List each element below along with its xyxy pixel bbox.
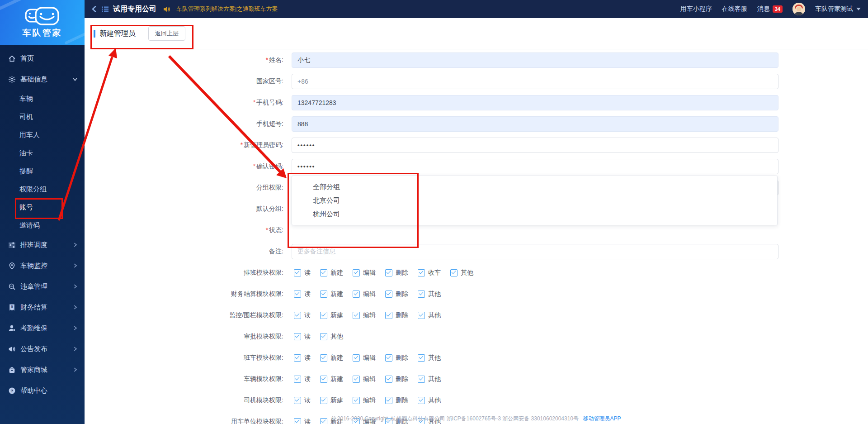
nav-mini-program[interactable]: 用车小程序 bbox=[680, 5, 712, 13]
checked-checkbox-icon[interactable] bbox=[294, 312, 301, 319]
checked-checkbox-icon[interactable] bbox=[320, 376, 327, 383]
checked-checkbox-icon[interactable] bbox=[418, 376, 425, 383]
sidebar-item-7[interactable]: 公告发布 bbox=[0, 338, 85, 359]
checkbox-读[interactable]: 读 bbox=[294, 396, 311, 405]
input-姓名:[interactable]: 小七 bbox=[292, 52, 778, 68]
checkbox-编辑[interactable]: 编辑 bbox=[353, 375, 376, 383]
checkbox-删除[interactable]: 删除 bbox=[385, 311, 408, 319]
back-chevron-icon[interactable] bbox=[91, 5, 97, 13]
checkbox-其他[interactable]: 其他 bbox=[418, 396, 441, 405]
checkbox-读[interactable]: 读 bbox=[294, 354, 311, 362]
mobile-admin-app-link[interactable]: 移动管理员APP bbox=[583, 415, 621, 422]
checked-checkbox-icon[interactable] bbox=[320, 312, 327, 319]
checked-checkbox-icon[interactable] bbox=[385, 269, 392, 276]
checkbox-编辑[interactable]: 编辑 bbox=[353, 269, 376, 277]
checkbox-删除[interactable]: 删除 bbox=[385, 354, 408, 362]
sidebar-item-4[interactable]: 违章管理 bbox=[0, 276, 85, 297]
checked-checkbox-icon[interactable] bbox=[294, 397, 301, 404]
checkbox-编辑[interactable]: 编辑 bbox=[353, 311, 376, 319]
checkbox-删除[interactable]: 删除 bbox=[385, 269, 408, 277]
checkbox-读[interactable]: 读 bbox=[294, 269, 311, 277]
sidebar-item-9[interactable]: ?帮助中心 bbox=[0, 380, 85, 401]
checked-checkbox-icon[interactable] bbox=[450, 269, 458, 276]
checkbox-编辑[interactable]: 编辑 bbox=[353, 290, 376, 298]
checked-checkbox-icon[interactable] bbox=[385, 376, 392, 383]
sidebar-subitem-邀请码[interactable]: 邀请码 bbox=[0, 216, 85, 234]
checked-checkbox-icon[interactable] bbox=[320, 397, 327, 404]
checked-checkbox-icon[interactable] bbox=[353, 312, 360, 319]
checked-checkbox-icon[interactable] bbox=[294, 269, 301, 276]
nav-messages[interactable]: 消息34 bbox=[757, 5, 783, 13]
sidebar-subitem-账号[interactable]: 账号 bbox=[0, 198, 85, 216]
checked-checkbox-icon[interactable] bbox=[353, 376, 360, 383]
checkbox-删除[interactable]: 删除 bbox=[385, 396, 408, 405]
checkbox-其他[interactable]: 其他 bbox=[418, 354, 441, 362]
checkbox-新建[interactable]: 新建 bbox=[320, 311, 343, 319]
dropdown-option-北京公司[interactable]: 北京公司 bbox=[292, 194, 777, 207]
sidebar-item-5[interactable]: ¥财务结算 bbox=[0, 297, 85, 318]
checked-checkbox-icon[interactable] bbox=[294, 291, 301, 298]
checkbox-新建[interactable]: 新建 bbox=[320, 354, 343, 362]
sidebar-item-8[interactable]: 管家商城 bbox=[0, 359, 85, 380]
checkbox-读[interactable]: 读 bbox=[294, 290, 311, 298]
input-备注:[interactable]: 更多备注信息 bbox=[292, 244, 778, 259]
checkbox-读[interactable]: 读 bbox=[294, 311, 311, 319]
checkbox-收车[interactable]: 收车 bbox=[418, 269, 441, 277]
checked-checkbox-icon[interactable] bbox=[353, 397, 360, 404]
checkbox-新建[interactable]: 新建 bbox=[320, 396, 343, 405]
checked-checkbox-icon[interactable] bbox=[320, 354, 327, 362]
input-手机号码:[interactable]: 13247721283 bbox=[292, 95, 778, 110]
checked-checkbox-icon[interactable] bbox=[385, 397, 392, 404]
checked-checkbox-icon[interactable] bbox=[320, 291, 327, 298]
checkbox-其他[interactable]: 其他 bbox=[450, 269, 473, 277]
company-name[interactable]: 试用专用公司 bbox=[113, 5, 156, 14]
back-to-parent-button[interactable]: 返回上层 bbox=[148, 26, 185, 41]
checkbox-编辑[interactable]: 编辑 bbox=[353, 354, 376, 362]
checked-checkbox-icon[interactable] bbox=[418, 269, 425, 276]
sidebar-subitem-提醒[interactable]: 提醒 bbox=[0, 162, 85, 180]
avatar[interactable] bbox=[793, 3, 805, 15]
checked-checkbox-icon[interactable] bbox=[385, 354, 392, 362]
checkbox-新建[interactable]: 新建 bbox=[320, 375, 343, 383]
checkbox-新建[interactable]: 新建 bbox=[320, 290, 343, 298]
checked-checkbox-icon[interactable] bbox=[418, 397, 425, 404]
input-新管理员密码:[interactable]: •••••• bbox=[292, 138, 778, 153]
checkbox-编辑[interactable]: 编辑 bbox=[353, 396, 376, 405]
checked-checkbox-icon[interactable] bbox=[294, 333, 301, 340]
checkbox-删除[interactable]: 删除 bbox=[385, 375, 408, 383]
input-手机短号:[interactable]: 888 bbox=[292, 116, 778, 132]
dropdown-option-杭州公司[interactable]: 杭州公司 bbox=[292, 207, 777, 221]
checkbox-读[interactable]: 读 bbox=[294, 333, 311, 341]
dropdown-option-全部分组[interactable]: 全部分组 bbox=[292, 180, 777, 194]
sidebar-subitem-权限分组[interactable]: 权限分组 bbox=[0, 180, 85, 198]
sidebar-item-2[interactable]: 排班调度 bbox=[0, 234, 85, 255]
checked-checkbox-icon[interactable] bbox=[418, 312, 425, 319]
menu-list-icon[interactable] bbox=[101, 5, 109, 13]
checkbox-读[interactable]: 读 bbox=[294, 375, 311, 383]
checked-checkbox-icon[interactable] bbox=[294, 376, 301, 383]
checkbox-其他[interactable]: 其他 bbox=[418, 290, 441, 298]
input-国家区号:[interactable]: +86 bbox=[292, 74, 778, 89]
checked-checkbox-icon[interactable] bbox=[353, 354, 360, 362]
checkbox-删除[interactable]: 删除 bbox=[385, 290, 408, 298]
checked-checkbox-icon[interactable] bbox=[353, 269, 360, 276]
sidebar-subitem-司机[interactable]: 司机 bbox=[0, 108, 85, 126]
sidebar-item-6[interactable]: 考勤维保 bbox=[0, 318, 85, 338]
checked-checkbox-icon[interactable] bbox=[418, 291, 425, 298]
input-确认密码:[interactable]: •••••• bbox=[292, 159, 778, 174]
checked-checkbox-icon[interactable] bbox=[385, 291, 392, 298]
checkbox-其他[interactable]: 其他 bbox=[418, 375, 441, 383]
sidebar-subitem-用车人[interactable]: 用车人 bbox=[0, 126, 85, 144]
user-menu[interactable]: 车队管家测试 bbox=[815, 5, 861, 13]
checked-checkbox-icon[interactable] bbox=[418, 354, 425, 362]
checked-checkbox-icon[interactable] bbox=[320, 333, 327, 340]
sidebar-item-0[interactable]: 首页 bbox=[0, 48, 85, 69]
checkbox-其他[interactable]: 其他 bbox=[418, 311, 441, 319]
sidebar-item-3[interactable]: 车辆监控 bbox=[0, 255, 85, 276]
checked-checkbox-icon[interactable] bbox=[385, 312, 392, 319]
checked-checkbox-icon[interactable] bbox=[320, 269, 327, 276]
sidebar-item-1[interactable]: 基础信息 bbox=[0, 69, 85, 90]
sidebar-subitem-油卡[interactable]: 油卡 bbox=[0, 144, 85, 162]
checked-checkbox-icon[interactable] bbox=[353, 291, 360, 298]
checkbox-其他[interactable]: 其他 bbox=[320, 333, 343, 341]
